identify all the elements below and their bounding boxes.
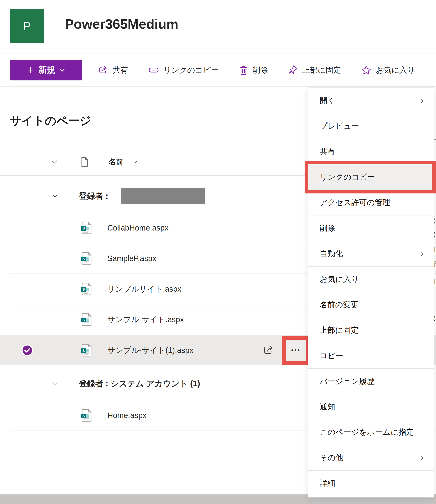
menu-item-delete[interactable]: 削除	[308, 216, 434, 241]
site-logo[interactable]: P	[10, 9, 44, 43]
pin-to-top-label: 上部に固定	[302, 65, 341, 75]
menu-item-alert[interactable]: 通知	[308, 394, 434, 420]
site-title: Power365Medium	[65, 16, 179, 32]
menu-item-label: 共有	[320, 146, 424, 157]
menu-item-label: 開く	[320, 96, 420, 106]
context-menu: 開く プレビュー 共有 リンクのコピー アクセス許可の管理 削除 自動化	[308, 87, 434, 497]
group-header-label: 登録者 : システム アカウント (1)	[79, 378, 200, 389]
divider	[0, 86, 436, 87]
star-icon	[362, 65, 371, 75]
menu-item-label: バージョン履歴	[320, 376, 424, 387]
menu-item-label: 詳細	[320, 478, 424, 488]
pin-to-top-button[interactable]: 上部に固定	[288, 65, 341, 75]
command-bar-actions: 共有 リンクのコピー	[98, 65, 415, 75]
menu-item-favorite[interactable]: お気に入り	[308, 267, 434, 292]
sharepoint-page-icon: S	[81, 283, 92, 295]
plus-icon	[27, 66, 34, 74]
svg-text:S: S	[82, 288, 85, 291]
delete-button[interactable]: 削除	[239, 65, 268, 75]
menu-item-automate[interactable]: 自動化	[308, 241, 434, 266]
sharepoint-site-pages-screen: P Power365Medium 新規 共有	[0, 0, 436, 504]
menu-item-manage-access[interactable]: アクセス許可の管理	[308, 190, 434, 215]
pin-icon	[288, 65, 298, 75]
more-options-annotation-box: •••	[282, 336, 310, 365]
command-bar: 新規 共有	[0, 54, 436, 86]
group-header-label: 登録者 :	[79, 190, 108, 202]
share-icon[interactable]	[263, 345, 274, 356]
svg-text:S: S	[82, 257, 85, 261]
favorite-button[interactable]: お気に入り	[362, 65, 415, 75]
share-icon	[98, 65, 108, 75]
selected-check-icon[interactable]	[21, 344, 33, 356]
menu-item-more[interactable]: その他	[308, 445, 434, 470]
menu-item-share[interactable]: 共有	[308, 139, 434, 164]
document-column-icon	[81, 157, 88, 167]
delete-label: 削除	[253, 65, 268, 75]
share-button[interactable]: 共有	[98, 65, 128, 75]
menu-item-open[interactable]: 開く	[308, 88, 434, 113]
share-label: 共有	[112, 65, 128, 75]
menu-item-label: コピー	[320, 351, 424, 361]
svg-text:S: S	[82, 414, 85, 418]
menu-item-copy-link[interactable]: リンクのコピー	[308, 164, 434, 190]
redacted-user-name	[121, 188, 205, 204]
link-icon	[148, 66, 159, 74]
menu-item-label: 削除	[320, 223, 424, 233]
menu-item-label: 通知	[320, 402, 424, 412]
menu-item-pin-to-top[interactable]: 上部に固定	[308, 317, 434, 343]
menu-item-label: プレビュー	[320, 121, 424, 131]
svg-text:S: S	[82, 318, 85, 322]
menu-item-make-homepage[interactable]: このページをホームに指定	[308, 420, 434, 445]
sharepoint-page-icon: S	[81, 409, 92, 422]
menu-item-label: お気に入り	[320, 274, 424, 285]
collapse-group-chevron-icon[interactable]	[52, 194, 58, 198]
sharepoint-page-icon: S	[81, 252, 92, 265]
menu-item-label: 自動化	[320, 248, 420, 259]
menu-item-label: 名前の変更	[320, 299, 424, 310]
trash-icon	[239, 65, 248, 75]
file-name[interactable]: サンプルサイト.aspx	[107, 284, 181, 294]
more-options-icon[interactable]: •••	[291, 347, 301, 354]
chevron-right-icon	[420, 251, 424, 257]
favorite-label: お気に入り	[376, 65, 415, 75]
menu-item-label: その他	[320, 452, 420, 463]
copy-link-button[interactable]: リンクのコピー	[148, 65, 219, 75]
chevron-down-icon	[60, 68, 65, 72]
menu-item-copy[interactable]: コピー	[308, 343, 434, 368]
site-logo-letter: P	[23, 19, 31, 33]
menu-item-label: このページをホームに指定	[320, 427, 424, 437]
file-name[interactable]: Home.aspx	[107, 411, 146, 420]
svg-text:S: S	[82, 226, 85, 230]
new-button[interactable]: 新規	[10, 60, 82, 81]
menu-item-version-history[interactable]: バージョン履歴	[308, 369, 434, 394]
sharepoint-page-icon: S	[81, 222, 92, 234]
sharepoint-page-icon: S	[81, 344, 92, 357]
name-column-header[interactable]: 名前	[109, 157, 123, 167]
file-name[interactable]: SampleP.aspx	[107, 254, 156, 263]
new-button-label: 新規	[38, 64, 55, 76]
svg-text:S: S	[82, 349, 85, 353]
menu-item-label: リンクのコピー	[320, 172, 424, 182]
file-name[interactable]: CollabHome.aspx	[107, 224, 169, 232]
collapse-group-chevron-icon[interactable]	[52, 382, 58, 385]
copy-link-label: リンクのコピー	[164, 65, 219, 75]
menu-item-label: 上部に固定	[320, 325, 424, 335]
file-name[interactable]: サンプル-サイト.aspx	[107, 315, 184, 325]
chevron-right-icon	[420, 455, 424, 461]
menu-item-rename[interactable]: 名前の変更	[308, 292, 434, 317]
file-name[interactable]: サンプル-サイト(1).aspx	[107, 345, 193, 356]
menu-item-preview[interactable]: プレビュー	[308, 113, 434, 139]
chevron-right-icon	[420, 98, 424, 104]
page-title: サイトのページ	[10, 113, 91, 129]
menu-item-details[interactable]: 詳細	[308, 471, 434, 496]
select-all-chevron-icon[interactable]	[51, 160, 57, 164]
menu-item-label: アクセス許可の管理	[320, 197, 424, 208]
sharepoint-page-icon: S	[81, 313, 92, 326]
sort-chevron-icon[interactable]	[133, 161, 138, 163]
